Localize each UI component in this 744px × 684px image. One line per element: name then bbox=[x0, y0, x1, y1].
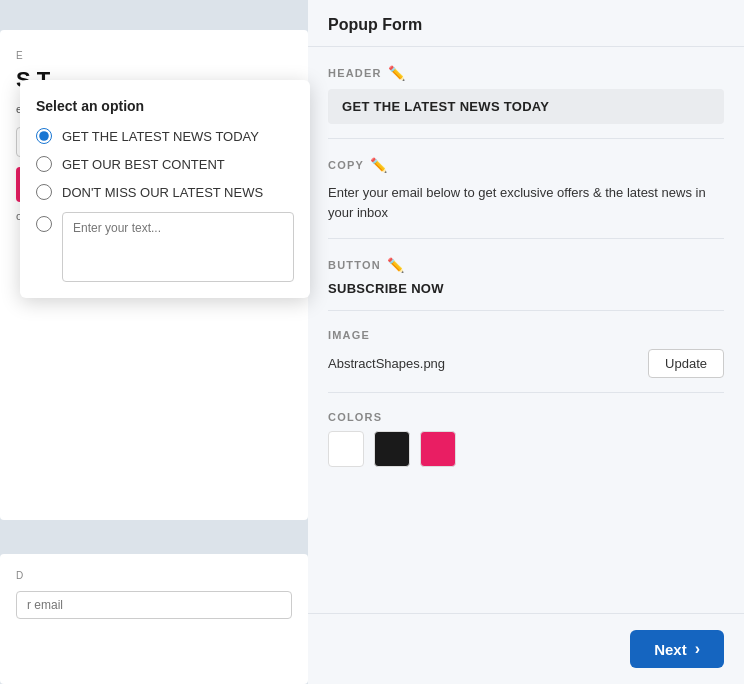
image-section: IMAGE AbstractShapes.png Update bbox=[328, 329, 724, 378]
header-section: HEADER ✏️ GET THE LATEST NEWS TODAY bbox=[328, 65, 724, 124]
header-edit-icon[interactable]: ✏️ bbox=[388, 65, 406, 81]
next-button[interactable]: Next › bbox=[630, 630, 724, 668]
update-image-button[interactable]: Update bbox=[648, 349, 724, 378]
radio-option-2[interactable]: GET OUR BEST CONTENT bbox=[36, 156, 294, 172]
left-panel: E S T el st n CRIBE NOW o Thanks Select … bbox=[0, 0, 308, 684]
image-section-label: IMAGE bbox=[328, 329, 724, 341]
radio-label-1: GET THE LATEST NEWS TODAY bbox=[62, 129, 259, 144]
custom-text-option bbox=[36, 212, 294, 282]
copy-section: COPY ✏️ Enter your email below to get ex… bbox=[328, 157, 724, 224]
right-content: HEADER ✏️ GET THE LATEST NEWS TODAY COPY… bbox=[308, 47, 744, 613]
radio-option-1[interactable]: GET THE LATEST NEWS TODAY bbox=[36, 128, 294, 144]
button-value: SUBSCRIBE NOW bbox=[328, 281, 724, 296]
colors-section-label: COLORS bbox=[328, 411, 724, 423]
colors-row bbox=[328, 431, 724, 467]
colors-section: COLORS bbox=[328, 411, 724, 467]
popup-tag: E bbox=[16, 50, 292, 61]
custom-text-input[interactable] bbox=[62, 212, 294, 282]
dropdown-overlay: Select an option GET THE LATEST NEWS TOD… bbox=[20, 80, 310, 298]
panel-title: Popup Form bbox=[308, 0, 744, 47]
header-section-label: HEADER ✏️ bbox=[328, 65, 724, 81]
header-value: GET THE LATEST NEWS TODAY bbox=[328, 89, 724, 124]
right-panel: Popup Form HEADER ✏️ GET THE LATEST NEWS… bbox=[308, 0, 744, 684]
copy-section-label: COPY ✏️ bbox=[328, 157, 724, 173]
copy-value: Enter your email below to get exclusive … bbox=[328, 181, 724, 224]
button-section: BUTTON ✏️ SUBSCRIBE NOW bbox=[328, 257, 724, 296]
color-swatch-white[interactable] bbox=[328, 431, 364, 467]
image-filename: AbstractShapes.png bbox=[328, 356, 445, 371]
copy-edit-icon[interactable]: ✏️ bbox=[370, 157, 388, 173]
radio-option-3[interactable]: DON'T MISS OUR LATEST NEWS bbox=[36, 184, 294, 200]
radio-input-1[interactable] bbox=[36, 128, 52, 144]
dropdown-title: Select an option bbox=[36, 98, 294, 114]
radio-label-2: GET OUR BEST CONTENT bbox=[62, 157, 225, 172]
radio-label-3: DON'T MISS OUR LATEST NEWS bbox=[62, 185, 263, 200]
bottom-card-tag: D bbox=[16, 570, 292, 581]
radio-input-3[interactable] bbox=[36, 184, 52, 200]
next-arrow-icon: › bbox=[695, 640, 700, 658]
radio-input-2[interactable] bbox=[36, 156, 52, 172]
button-section-label: BUTTON ✏️ bbox=[328, 257, 724, 273]
radio-input-4[interactable] bbox=[36, 216, 52, 232]
color-swatch-pink-red[interactable] bbox=[420, 431, 456, 467]
bottom-card: D bbox=[0, 554, 308, 684]
color-swatch-black[interactable] bbox=[374, 431, 410, 467]
button-edit-icon[interactable]: ✏️ bbox=[387, 257, 405, 273]
bottom-card-input[interactable] bbox=[16, 591, 292, 619]
right-footer: Next › bbox=[308, 613, 744, 684]
image-row: AbstractShapes.png Update bbox=[328, 349, 724, 378]
